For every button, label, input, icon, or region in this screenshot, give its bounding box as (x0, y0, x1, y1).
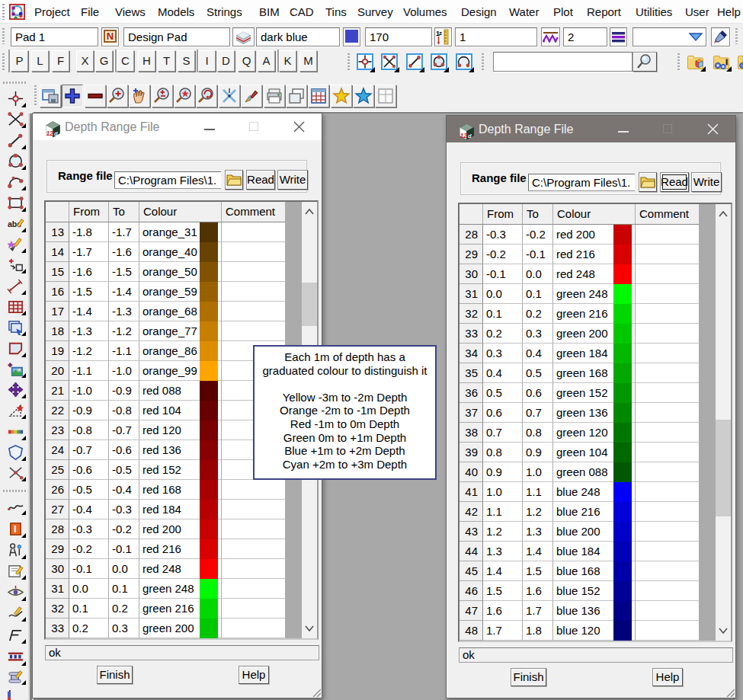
svg-text:12: 12 (46, 129, 54, 137)
svg-text:I: I (14, 524, 16, 535)
svg-text:d: d (54, 130, 58, 137)
svg-text:d: d (468, 133, 472, 139)
svg-text:12: 12 (460, 132, 468, 139)
svg-text:z: z (439, 30, 442, 37)
